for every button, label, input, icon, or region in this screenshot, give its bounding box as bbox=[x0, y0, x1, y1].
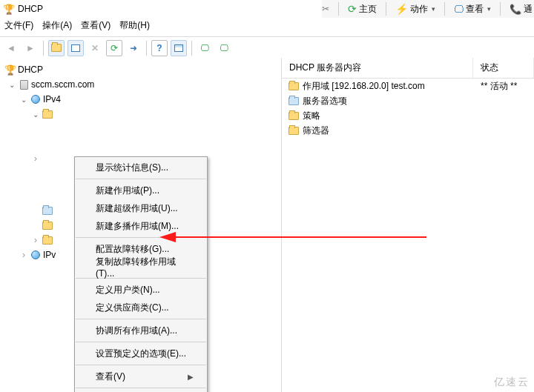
folder-icon bbox=[288, 124, 300, 136]
globe-icon bbox=[30, 93, 42, 105]
tool-window-button[interactable] bbox=[67, 40, 84, 56]
menu-bar: 文件(F) 操作(A) 查看(V) 帮助(H) bbox=[0, 18, 534, 36]
tree-server[interactable]: sccm.sccm.com bbox=[4, 77, 281, 92]
tree-ipv4[interactable]: IPv4 bbox=[4, 92, 281, 107]
watermark: 亿速云 bbox=[494, 376, 530, 389]
tool-monitor2-button[interactable]: 🖵 bbox=[216, 40, 232, 56]
table-row[interactable]: 筛选器 bbox=[282, 123, 534, 138]
ribbon-actions-button[interactable]: ⚡动作▾ bbox=[395, 3, 435, 16]
ribbon-view-label: 查看 bbox=[466, 3, 484, 16]
folder-icon bbox=[42, 219, 53, 231]
separator bbox=[191, 41, 192, 56]
row-status: ** 活动 ** bbox=[473, 80, 517, 93]
main-area: 🏆 DHCP sccm.sccm.com IPv4 bbox=[0, 58, 534, 392]
phone-icon: 📞 bbox=[510, 4, 521, 15]
row-label: 策略 bbox=[303, 110, 320, 122]
panel-icon bbox=[174, 44, 183, 52]
globe-icon bbox=[30, 249, 42, 261]
folder-icon bbox=[42, 234, 53, 246]
ctx-user-classes[interactable]: 定义用户类(N)... bbox=[75, 281, 207, 299]
tree-ipv-label: IPv bbox=[43, 250, 56, 260]
ctx-new-multicast[interactable]: 新建多播作用域(M)... bbox=[75, 217, 207, 235]
bolt-icon: ⚡ bbox=[395, 3, 408, 15]
separator bbox=[338, 2, 339, 16]
menu-help[interactable]: 帮助(H) bbox=[119, 19, 150, 32]
folder-icon bbox=[42, 205, 53, 216]
expand-icon[interactable] bbox=[19, 250, 28, 260]
tree-scope[interactable] bbox=[4, 107, 281, 122]
folder-blue-icon bbox=[288, 95, 300, 107]
monitor-icon: 🖵 bbox=[454, 4, 464, 15]
server-icon bbox=[18, 79, 30, 90]
chevron-right-icon: ▶ bbox=[188, 373, 194, 381]
menu-action[interactable]: 操作(A) bbox=[42, 19, 72, 32]
tool-monitor1-button[interactable]: 🖵 bbox=[197, 40, 213, 56]
tool-delete-button[interactable]: ✕ bbox=[87, 40, 103, 56]
folder-icon bbox=[288, 110, 300, 122]
grid-body[interactable]: 作用域 [192.168.20.0] test.com** 活动 **服务器选项… bbox=[282, 79, 534, 138]
dropdown-icon: ▾ bbox=[432, 5, 435, 13]
ribbon-call-label: 通 bbox=[524, 3, 533, 16]
content-pane: DHCP 服务器内容 状态 作用域 [192.168.20.0] test.co… bbox=[282, 58, 534, 392]
refresh-icon: ⟳ bbox=[111, 43, 118, 53]
table-row[interactable]: 策略 bbox=[282, 108, 534, 123]
context-menu: 显示统计信息(S)... 新建作用域(P)... 新建超级作用域(U)... 新… bbox=[74, 156, 208, 392]
arrow-right-icon: ► bbox=[26, 43, 35, 53]
folder-icon bbox=[288, 80, 300, 92]
refresh-icon: ⟳ bbox=[348, 3, 357, 15]
separator bbox=[146, 41, 147, 56]
arrow-left-icon: ◄ bbox=[7, 43, 16, 53]
ctx-new-scope[interactable]: 新建作用域(P)... bbox=[75, 182, 207, 199]
expand-icon[interactable] bbox=[19, 96, 28, 104]
back-button[interactable]: ◄ bbox=[3, 40, 19, 56]
toolbar: ◄ ► ✕ ⟳ ➜ ? 🖵 🖵 bbox=[0, 37, 534, 59]
separator bbox=[43, 41, 44, 56]
table-row[interactable]: 作用域 [192.168.20.0] test.com** 活动 ** bbox=[282, 79, 534, 93]
ctx-new-superscope[interactable]: 新建超级作用域(U)... bbox=[75, 199, 207, 217]
ribbon-home-button[interactable]: ⟳主页 bbox=[348, 3, 377, 16]
tree-root[interactable]: 🏆 DHCP bbox=[4, 62, 281, 77]
ribbon-actions-label: 动作 bbox=[410, 3, 428, 16]
ctx-stats[interactable]: 显示统计信息(S)... bbox=[75, 159, 207, 176]
ribbon-cut-button[interactable]: ✂ bbox=[322, 4, 329, 14]
ctx-view[interactable]: 查看(V)▶ bbox=[75, 368, 207, 385]
ctx-vendor-classes[interactable]: 定义供应商类(C)... bbox=[75, 299, 207, 316]
grid-header: DHCP 服务器内容 状态 bbox=[282, 58, 534, 79]
ribbon-home-label: 主页 bbox=[359, 3, 377, 16]
column-header-status[interactable]: 状态 bbox=[473, 58, 534, 78]
ribbon-view-button[interactable]: 🖵查看▾ bbox=[454, 3, 491, 16]
tree-server-label: sccm.sccm.com bbox=[31, 79, 94, 90]
row-label: 筛选器 bbox=[303, 124, 329, 137]
ctx-reconcile[interactable]: 协调所有作用域(A)... bbox=[75, 322, 207, 339]
window-chrome: 🏆 DHCP ✂ ⟳主页 ⚡动作▾ 🖵查看▾ 📞通 文件(F) 操作(A) 查看… bbox=[0, 0, 534, 37]
monitors-icon: 🖵 bbox=[220, 43, 228, 53]
ribbon-toolbar: ✂ ⟳主页 ⚡动作▾ 🖵查看▾ 📞通 bbox=[322, 0, 534, 18]
tool-help-button[interactable]: ? bbox=[151, 40, 168, 56]
tool-export-button[interactable]: ➜ bbox=[125, 40, 142, 56]
menu-view[interactable]: 查看(V) bbox=[81, 19, 111, 32]
app-icon: 🏆 bbox=[3, 3, 15, 15]
ribbon-call-button[interactable]: 📞通 bbox=[510, 3, 533, 16]
forward-button[interactable]: ► bbox=[22, 40, 39, 56]
tree-pane: 🏆 DHCP sccm.sccm.com IPv4 bbox=[0, 58, 282, 392]
expand-icon[interactable] bbox=[31, 235, 40, 245]
arrow-right-small-icon: ➜ bbox=[130, 43, 137, 53]
folder-icon bbox=[42, 108, 53, 120]
ctx-copy-failover[interactable]: 复制故障转移作用域(T)... bbox=[75, 258, 207, 276]
column-header-name[interactable]: DHCP 服务器内容 bbox=[282, 58, 473, 78]
folder-icon bbox=[51, 44, 62, 52]
trophy-icon: 🏆 bbox=[4, 64, 16, 76]
monitor-icon: 🖵 bbox=[200, 43, 209, 53]
tool-refresh-button[interactable]: ⟳ bbox=[106, 40, 122, 56]
tree-root-label: DHCP bbox=[18, 64, 43, 75]
expand-icon[interactable] bbox=[31, 110, 40, 119]
ctx-set-predef[interactable]: 设置预定义的选项(E)... bbox=[75, 345, 207, 362]
expand-icon[interactable] bbox=[31, 153, 40, 164]
separator bbox=[386, 2, 386, 16]
menu-file[interactable]: 文件(F) bbox=[4, 19, 33, 32]
tree-ipv4-label: IPv4 bbox=[43, 94, 61, 104]
tool-open-button[interactable] bbox=[48, 40, 65, 56]
expand-icon[interactable] bbox=[7, 81, 16, 89]
table-row[interactable]: 服务器选项 bbox=[282, 93, 534, 108]
tool-details-button[interactable] bbox=[171, 40, 187, 56]
